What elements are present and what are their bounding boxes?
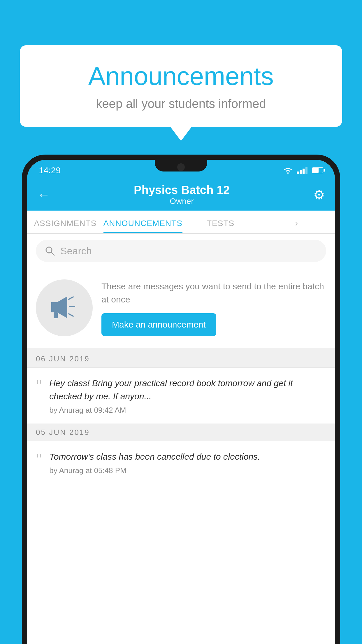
batch-title: Physics Batch 12 xyxy=(134,183,230,197)
speech-bubble-title: Announcements xyxy=(37,61,325,91)
search-container: Search xyxy=(27,234,335,268)
make-announcement-button[interactable]: Make an announcement xyxy=(101,313,216,336)
svg-line-1 xyxy=(51,252,54,255)
settings-icon[interactable]: ⚙ xyxy=(313,187,325,202)
announcement-author-1: by Anurag at 09:42 AM xyxy=(49,406,326,415)
phone-outer: 14:29 xyxy=(22,155,340,644)
camera xyxy=(177,163,185,171)
tabs-container: ASSIGNMENTS ANNOUNCEMENTS TESTS › xyxy=(27,211,335,234)
speech-bubble-container: Announcements keep all your students inf… xyxy=(20,45,342,127)
phone-notch xyxy=(155,160,207,172)
tab-assignments[interactable]: ASSIGNMENTS xyxy=(27,219,103,233)
tab-announcements[interactable]: ANNOUNCEMENTS xyxy=(103,219,182,233)
batch-role: Owner xyxy=(134,197,230,206)
tab-tests[interactable]: TESTS xyxy=(182,219,259,233)
quote-icon-2: " xyxy=(36,452,42,467)
announcement-item-1: " Hey class! Bring your practical record… xyxy=(27,368,335,424)
phone-screen: 14:29 xyxy=(27,160,335,644)
promo-content: These are messages you want to send to t… xyxy=(101,280,326,336)
announcement-text-1: Hey class! Bring your practical record b… xyxy=(49,377,326,403)
svg-rect-7 xyxy=(54,312,58,318)
app-header: ← Physics Batch 12 Owner ⚙ xyxy=(27,178,335,211)
quote-icon-1: " xyxy=(36,378,42,393)
svg-line-6 xyxy=(69,314,73,316)
svg-rect-3 xyxy=(51,302,57,312)
status-icons xyxy=(283,166,323,174)
phone-frame: 14:29 xyxy=(22,155,340,644)
speech-bubble: Announcements keep all your students inf… xyxy=(20,45,342,127)
header-title-section: Physics Batch 12 Owner xyxy=(134,183,230,206)
announcement-text-2: Tomorrow's class has been cancelled due … xyxy=(49,450,326,463)
signal-icon xyxy=(297,167,307,174)
promo-section: These are messages you want to send to t… xyxy=(27,268,335,350)
announcement-author-2: by Anurag at 05:48 PM xyxy=(49,466,326,475)
announcement-content-2: Tomorrow's class has been cancelled due … xyxy=(49,450,326,475)
back-button[interactable]: ← xyxy=(37,187,50,202)
battery-icon xyxy=(312,167,323,173)
announcement-content-1: Hey class! Bring your practical record b… xyxy=(49,377,326,415)
tab-more[interactable]: › xyxy=(259,219,335,233)
svg-line-4 xyxy=(69,297,73,299)
promo-icon-circle xyxy=(36,279,93,336)
announcement-item-2: " Tomorrow's class has been cancelled du… xyxy=(27,441,335,484)
promo-description: These are messages you want to send to t… xyxy=(101,280,326,306)
wifi-icon xyxy=(283,166,293,174)
speech-bubble-subtitle: keep all your students informed xyxy=(37,97,325,111)
search-placeholder: Search xyxy=(60,245,92,257)
date-separator-2: 05 JUN 2019 xyxy=(27,424,335,441)
megaphone-icon xyxy=(48,293,80,323)
search-icon xyxy=(45,246,55,256)
date-separator-1: 06 JUN 2019 xyxy=(27,350,335,368)
search-bar[interactable]: Search xyxy=(36,240,326,262)
status-time: 14:29 xyxy=(39,165,61,175)
